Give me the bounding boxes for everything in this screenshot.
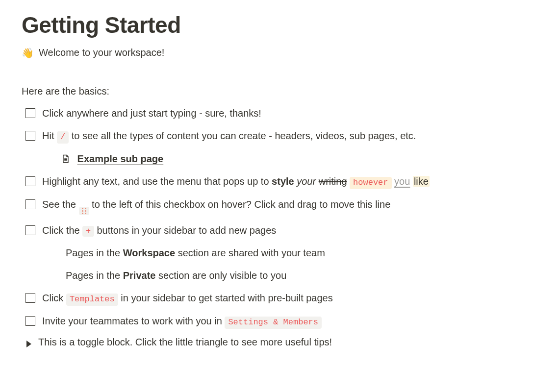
inline-code-settings-members: Settings & Members [225, 317, 322, 329]
page-icon [61, 153, 71, 163]
toggle-text: This is a toggle block. Click the little… [38, 337, 511, 348]
todo-text: See the to the left of this checkbox on … [42, 197, 511, 215]
page-title[interactable]: Getting Started [22, 12, 511, 38]
welcome-text: Welcome to your workspace! [39, 47, 164, 58]
checkbox[interactable] [25, 108, 35, 118]
todo-5-sub2[interactable]: Pages in the Private section are only vi… [66, 268, 511, 283]
todo-item-3[interactable]: Highlight any text, and use the menu tha… [25, 174, 511, 189]
basics-heading[interactable]: Here are the basics: [22, 86, 511, 97]
page-root: Getting Started 👋 Welcome to your worksp… [0, 0, 533, 374]
toggle-block[interactable]: This is a toggle block. Click the little… [25, 337, 511, 348]
checkbox[interactable] [25, 131, 35, 141]
todo-item-7[interactable]: Invite your teammates to work with you i… [25, 314, 511, 329]
todo-text: Invite your teammates to work with you i… [42, 314, 511, 329]
todo-item-2[interactable]: Hit / to see all the types of content yo… [25, 128, 511, 144]
drag-handle-icon [79, 207, 89, 215]
welcome-line[interactable]: 👋 Welcome to your workspace! [22, 47, 511, 58]
checkbox[interactable] [25, 176, 35, 186]
todo-text: Click anywhere and just start typing - s… [42, 106, 511, 121]
subpage-row[interactable]: Example sub page [45, 151, 511, 166]
text: Pages in the Private section are only vi… [66, 268, 511, 283]
plus-icon: + [82, 226, 94, 237]
checkbox[interactable] [25, 293, 35, 303]
inline-code-however: however [350, 177, 391, 189]
todo-text: Highlight any text, and use the menu tha… [42, 174, 511, 189]
todo-text: Click the + buttons in your sidebar to a… [42, 223, 511, 238]
inline-code-templates: Templates [66, 294, 118, 306]
text: Pages in the Workspace section are share… [66, 245, 511, 260]
todo-item-4[interactable]: See the to the left of this checkbox on … [25, 197, 511, 215]
wave-icon: 👋 [22, 48, 34, 58]
checkbox[interactable] [25, 225, 35, 235]
todo-text: Click Templates in your sidebar to get s… [42, 291, 511, 306]
toggle-triangle-icon[interactable] [26, 341, 31, 347]
slash-key: / [57, 131, 69, 144]
subpage-link[interactable]: Example sub page [77, 153, 164, 164]
checkbox[interactable] [25, 316, 35, 326]
todo-item-5[interactable]: Click the + buttons in your sidebar to a… [25, 223, 511, 238]
checkbox[interactable] [25, 199, 35, 209]
todo-text: Hit / to see all the types of content yo… [42, 128, 511, 144]
todo-item-1[interactable]: Click anywhere and just start typing - s… [25, 106, 511, 121]
todo-item-6[interactable]: Click Templates in your sidebar to get s… [25, 291, 511, 306]
todo-5-sub1[interactable]: Pages in the Workspace section are share… [66, 245, 511, 260]
